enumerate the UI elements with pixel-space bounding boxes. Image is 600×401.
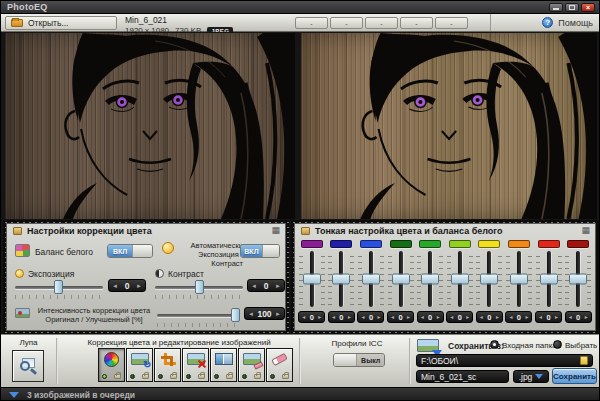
tool-crop[interactable]	[154, 348, 181, 382]
spin-left-icon[interactable]: ◄	[479, 314, 484, 320]
preset-button-1[interactable]: -	[295, 17, 328, 29]
channel-spinner[interactable]: ◄0►	[417, 311, 444, 323]
radio-choose-folder[interactable]	[553, 340, 562, 349]
spin-right-icon[interactable]: ►	[347, 314, 352, 320]
spin-left-icon[interactable]: ◄	[248, 311, 254, 317]
channel-slider[interactable]	[447, 251, 473, 307]
preset-button-2[interactable]: -	[330, 17, 363, 29]
spin-right-icon[interactable]: ►	[584, 314, 589, 320]
spin-left-icon[interactable]: ◄	[112, 283, 118, 289]
slider-thumb[interactable]	[231, 308, 240, 322]
slider-thumb[interactable]	[540, 274, 558, 285]
filename-field[interactable]: Min_6_021_sc	[416, 370, 509, 383]
spin-right-icon[interactable]: ►	[377, 314, 382, 320]
slider-thumb[interactable]	[332, 274, 350, 285]
save-button[interactable]: Сохранить	[552, 368, 597, 384]
minimize-button[interactable]	[549, 3, 563, 12]
image-preview-after[interactable]	[301, 33, 597, 219]
panel-grid-icon[interactable]: ▦	[581, 225, 590, 235]
spin-right-icon[interactable]: ►	[554, 314, 559, 320]
channel-slider[interactable]	[299, 251, 325, 307]
open-button[interactable]: Открыть...	[5, 16, 117, 30]
preset-button-5[interactable]: -	[435, 17, 468, 29]
queue-expander-icon[interactable]	[9, 392, 19, 398]
tool-color-correction[interactable]	[98, 348, 125, 382]
slider-thumb[interactable]	[451, 274, 469, 285]
spin-right-icon[interactable]: ►	[136, 283, 142, 289]
image-preview-before[interactable]	[5, 33, 295, 219]
slider-thumb[interactable]	[362, 274, 380, 285]
channel-spinner[interactable]: ◄0►	[505, 311, 532, 323]
intensity-slider[interactable]	[157, 308, 239, 322]
maximize-button[interactable]	[565, 3, 579, 12]
panel-grid-icon[interactable]: ▦	[271, 225, 280, 235]
spin-right-icon[interactable]: ►	[406, 314, 411, 320]
save-path-field[interactable]: F:\ОБОИ\	[416, 354, 593, 367]
contrast-slider[interactable]	[155, 280, 243, 294]
contrast-spinner[interactable]: ◄ 0 ►	[247, 279, 285, 292]
auto-exposure-toggle[interactable]: ВКЛ	[240, 244, 280, 258]
channel-spinner[interactable]: ◄0►	[446, 311, 473, 323]
magnifier-button[interactable]	[12, 350, 44, 382]
tool-cut[interactable]	[182, 348, 209, 382]
channel-spinner[interactable]: ◄0►	[328, 311, 355, 323]
close-button[interactable]: ×	[581, 3, 595, 12]
channel-slider[interactable]	[358, 251, 384, 307]
slider-thumb[interactable]	[421, 274, 439, 285]
slider-thumb[interactable]	[510, 274, 528, 285]
slider-thumb[interactable]	[569, 274, 587, 285]
tool-rotate[interactable]: ↻	[126, 348, 153, 382]
slider-thumb[interactable]	[54, 280, 63, 294]
spin-left-icon[interactable]: ◄	[449, 314, 454, 320]
spin-right-icon[interactable]: ►	[275, 283, 281, 289]
spin-left-icon[interactable]: ◄	[301, 314, 306, 320]
exposure-spinner[interactable]: ◄ 0 ►	[108, 279, 146, 292]
spin-left-icon[interactable]: ◄	[568, 314, 573, 320]
radio-input-folder[interactable]	[490, 340, 499, 349]
spin-right-icon[interactable]: ►	[465, 314, 470, 320]
spin-right-icon[interactable]: ►	[495, 314, 500, 320]
spin-left-icon[interactable]: ◄	[251, 283, 257, 289]
slider-thumb[interactable]	[195, 280, 204, 294]
spin-left-icon[interactable]: ◄	[331, 314, 336, 320]
channel-spinner[interactable]: ◄0►	[535, 311, 562, 323]
tool-split-compare[interactable]	[210, 348, 237, 382]
channel-slider[interactable]	[328, 251, 354, 307]
channel-spinner[interactable]: ◄0►	[387, 311, 414, 323]
help-button[interactable]: Помощь	[558, 18, 593, 28]
spin-right-icon[interactable]: ►	[275, 311, 281, 317]
spin-right-icon[interactable]: ►	[436, 314, 441, 320]
channel-spinner[interactable]: ◄0►	[565, 311, 592, 323]
preset-button-4[interactable]: -	[400, 17, 433, 29]
spin-left-icon[interactable]: ◄	[360, 314, 365, 320]
spin-left-icon[interactable]: ◄	[538, 314, 543, 320]
slider-thumb[interactable]	[303, 274, 321, 285]
preset-button-3[interactable]: -	[365, 17, 398, 29]
radio-choose-folder-label[interactable]: Выбрать	[565, 341, 597, 350]
channel-spinner[interactable]: ◄0►	[357, 311, 384, 323]
channel-slider[interactable]	[476, 251, 502, 307]
icc-toggle[interactable]: Выкл	[333, 353, 385, 367]
channel-spinner[interactable]: ◄0►	[298, 311, 325, 323]
channel-slider[interactable]	[417, 251, 443, 307]
channel-spinner[interactable]: ◄0►	[476, 311, 503, 323]
channel-slider[interactable]	[388, 251, 414, 307]
white-balance-toggle[interactable]: ВКЛ	[107, 244, 153, 258]
spin-left-icon[interactable]: ◄	[508, 314, 513, 320]
slider-thumb[interactable]	[392, 274, 410, 285]
spin-left-icon[interactable]: ◄	[420, 314, 425, 320]
tool-retouch[interactable]	[238, 348, 265, 382]
channel-slider[interactable]	[565, 251, 591, 307]
tool-eraser[interactable]	[266, 348, 293, 382]
exposure-slider[interactable]	[15, 280, 103, 294]
browse-folder-icon[interactable]	[580, 356, 588, 365]
channel-slider[interactable]	[536, 251, 562, 307]
spin-right-icon[interactable]: ►	[317, 314, 322, 320]
format-dropdown[interactable]: .jpg	[513, 370, 549, 383]
slider-thumb[interactable]	[480, 274, 498, 285]
channel-slider[interactable]	[506, 251, 532, 307]
spin-left-icon[interactable]: ◄	[390, 314, 395, 320]
spin-right-icon[interactable]: ►	[524, 314, 529, 320]
radio-input-folder-label[interactable]: Входная папка	[502, 341, 557, 350]
intensity-spinner[interactable]: ◄ 100 ►	[244, 307, 285, 320]
